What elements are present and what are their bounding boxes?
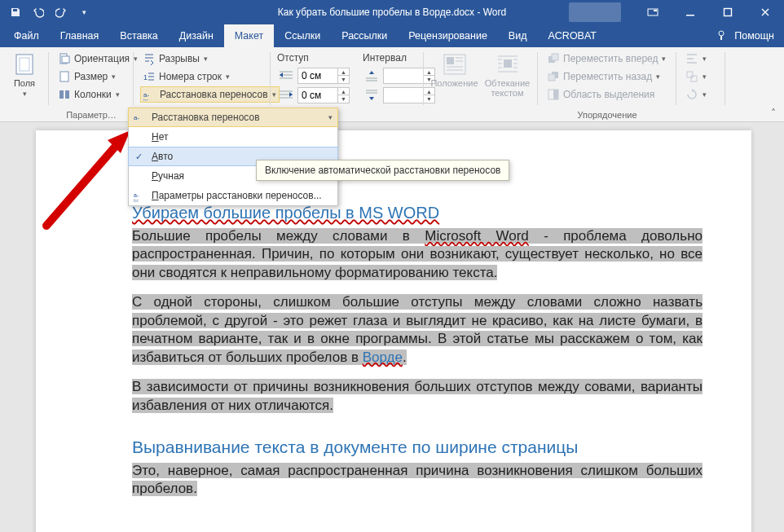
tab-mailings[interactable]: Рассылки [331, 24, 398, 47]
group-icon [685, 70, 698, 83]
svg-rect-3 [725, 9, 732, 16]
margins-button[interactable]: Поля▾ [7, 51, 42, 99]
group-button: ▾ [683, 68, 709, 85]
hyphenation-trigger[interactable]: a- Расстановка переносов ▾ [128, 108, 338, 127]
tab-layout[interactable]: Макет [224, 24, 274, 47]
group-page-setup-label: Параметр… [49, 110, 134, 120]
user-badge[interactable] [569, 2, 621, 22]
doc-paragraph-3: В зависимости от причины возникновения б… [132, 378, 703, 415]
size-button[interactable]: Размер▾ [55, 68, 140, 85]
orientation-button[interactable]: Ориентация▾ [55, 51, 140, 67]
bring-forward-icon [547, 52, 560, 65]
rotate-icon [685, 88, 698, 101]
tooltip: Включение автоматической расстановки пер… [256, 160, 509, 181]
breaks-label: Разрывы [159, 53, 200, 64]
indent-right-input[interactable]: ▲▼ [297, 87, 350, 103]
ribbon-options-icon[interactable] [634, 0, 672, 24]
check-icon: ✓ [135, 152, 143, 162]
doc-heading-1: Убираем большие пробелы в MS WORD [132, 204, 439, 222]
orientation-label: Ориентация [74, 53, 130, 64]
doc-paragraph-2: С одной стороны, слишком большие отступы… [132, 293, 703, 367]
tellme-icon [716, 30, 728, 42]
undo-icon[interactable] [33, 7, 44, 18]
collapse-ribbon-icon[interactable]: ˄ [763, 47, 784, 121]
svg-text:bc: bc [134, 198, 139, 202]
svg-rect-12 [65, 90, 69, 99]
breaks-icon [143, 52, 156, 65]
indent-header: Отступ [277, 52, 350, 64]
svg-rect-9 [62, 56, 69, 63]
minimize-icon[interactable] [672, 0, 709, 24]
hyphenation-options-icon: a-bc [134, 189, 147, 202]
svg-rect-2 [686, 15, 694, 16]
spin-up-icon[interactable]: ▲ [337, 88, 349, 95]
menu-item-options[interactable]: a-bc Параметры расстановки переносов... [129, 186, 337, 205]
svg-text:a-: a- [134, 192, 139, 198]
bring-forward-button: Переместить вперед▾ [544, 51, 668, 67]
spin-down-icon[interactable]: ▼ [337, 76, 349, 83]
spacing-after-icon [363, 88, 381, 103]
columns-label: Колонки [74, 89, 112, 100]
tab-insert[interactable]: Вставка [109, 24, 168, 47]
breaks-button[interactable]: Разрывы▾ [140, 51, 280, 67]
svg-point-4 [719, 31, 724, 36]
maximize-icon[interactable] [709, 0, 747, 24]
indent-left-input[interactable]: ▲▼ [297, 68, 350, 84]
svg-rect-25 [687, 72, 693, 77]
line-numbers-button[interactable]: 1 Номера строк▾ [140, 68, 280, 85]
hyphenation-label: Расстановка переносов [160, 89, 268, 100]
send-backward-button: Переместить назад▾ [544, 68, 668, 85]
ribbon-tabs: Файл Главная Вставка Дизайн Макет Ссылки… [0, 24, 784, 47]
doc-paragraph-4: Это, наверное, самая распространенная пр… [132, 462, 703, 499]
svg-rect-1 [654, 10, 657, 11]
svg-rect-10 [60, 72, 68, 81]
line-numbers-label: Номера строк [159, 71, 222, 82]
tab-file[interactable]: Файл [3, 24, 50, 47]
hyphenation-icon: a- [134, 111, 147, 124]
svg-rect-5 [720, 36, 722, 40]
spin-down-icon[interactable]: ▼ [337, 95, 349, 103]
spin-up-icon[interactable]: ▲ [337, 68, 349, 76]
send-backward-icon [547, 70, 560, 83]
ribbon: Поля▾ Ориентация▾ Размер▾ Колонки▾ П [0, 47, 784, 122]
menu-item-none[interactable]: Нет [129, 127, 337, 147]
close-icon[interactable] [747, 0, 784, 24]
tab-review[interactable]: Рецензирование [398, 24, 498, 47]
wrap-label: Обтекание текстом [483, 78, 531, 98]
tab-view[interactable]: Вид [498, 24, 538, 47]
tab-references[interactable]: Ссылки [274, 24, 331, 47]
selection-pane-icon [547, 88, 560, 101]
svg-rect-24 [553, 90, 558, 99]
svg-rect-22 [548, 74, 555, 81]
svg-rect-17 [447, 57, 454, 64]
tab-design[interactable]: Дизайн [169, 24, 224, 47]
hyphenation-button[interactable]: a-bc Расстановка переносов▾ [140, 86, 280, 103]
doc-heading-2: Выравнивание текста в документе по ширин… [132, 437, 578, 456]
qat-customize-icon[interactable]: ▾ [78, 7, 90, 18]
position-label: Положение [430, 78, 478, 88]
save-icon[interactable] [10, 7, 21, 18]
redo-icon[interactable] [55, 7, 67, 18]
svg-rect-11 [59, 90, 64, 99]
bring-forward-label: Переместить вперед [563, 53, 658, 64]
svg-text:1: 1 [143, 73, 148, 81]
indent-right-icon [277, 88, 295, 103]
svg-text:a-: a- [134, 114, 139, 121]
spacing-before-icon [363, 68, 381, 83]
rotate-button: ▾ [683, 86, 709, 103]
columns-button[interactable]: Колонки▾ [55, 86, 140, 103]
indent-right-row: ▲▼ [277, 86, 350, 104]
svg-rect-26 [691, 76, 697, 81]
group-arrange-label: Упорядочение [538, 110, 676, 120]
send-backward-label: Переместить назад [563, 71, 652, 82]
hyphenation-icon: a-bc [143, 88, 156, 101]
line-numbers-icon: 1 [143, 70, 156, 83]
selection-pane-label: Область выделения [563, 89, 654, 100]
size-label: Размер [74, 71, 108, 82]
tab-tellme[interactable]: Помощн [731, 30, 777, 42]
indent-left-icon [277, 68, 295, 83]
tab-home[interactable]: Главная [50, 24, 110, 47]
align-button: ▾ [683, 51, 709, 67]
columns-icon [58, 88, 71, 101]
tab-acrobat[interactable]: ACROBAT [537, 24, 607, 47]
